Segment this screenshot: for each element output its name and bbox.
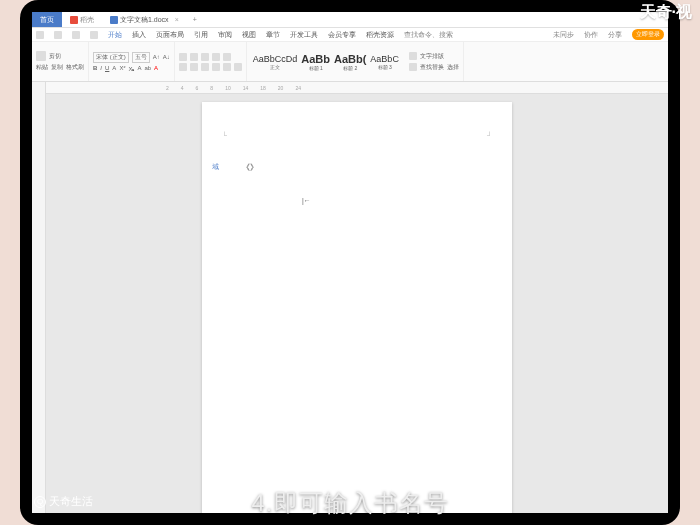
format-painter-label[interactable]: 格式刷	[66, 63, 84, 72]
menu-review[interactable]: 审阅	[218, 30, 232, 40]
grow-font-icon[interactable]: A↑	[153, 54, 160, 60]
paragraph-group	[175, 42, 247, 81]
font-size-select[interactable]: 五号	[132, 52, 150, 63]
underline-button[interactable]: U	[105, 65, 109, 71]
video-caption: 4.即可输入书名号	[251, 487, 448, 519]
paste-icon[interactable]	[36, 51, 46, 61]
menu-insert[interactable]: 插入	[132, 30, 146, 40]
outdent-icon[interactable]	[201, 53, 209, 61]
style-label: 标题 1	[309, 65, 323, 71]
style-preview: AaBb	[301, 53, 330, 65]
style-label: 标题 2	[343, 65, 357, 71]
style-heading1[interactable]: AaBb 标题 1	[301, 53, 330, 71]
bold-button[interactable]: B	[93, 65, 97, 71]
copy-label[interactable]: 复制	[51, 63, 63, 72]
ruler-mark: 14	[243, 85, 249, 91]
redo-icon[interactable]	[90, 31, 98, 39]
bullets-icon[interactable]	[179, 53, 187, 61]
font-color-button[interactable]: A	[154, 65, 158, 71]
ruler-mark: 8	[210, 85, 213, 91]
strike-button[interactable]: A	[112, 65, 116, 71]
align-right-icon[interactable]	[201, 63, 209, 71]
italic-button[interactable]: I	[100, 65, 102, 71]
watermark-bottom-left: Q 天奇生活	[34, 494, 93, 509]
ruler-mark: 10	[225, 85, 231, 91]
text-layout-label[interactable]: 文字排版	[420, 52, 444, 61]
font-group: 宋体 (正文) 五号 A↑ A↓ B I U A X² X₂ A ab A	[89, 42, 175, 81]
select-label[interactable]: 选择	[447, 63, 459, 72]
document-page[interactable]: ┘ └ 域 《》 |←	[202, 102, 512, 513]
watermark-text: 天奇生活	[49, 494, 93, 509]
ribbon-toolbar: 剪切 粘贴 复制 格式刷 宋体 (正文) 五号 A↑ A↓ B I	[32, 42, 668, 82]
work-area: 2 4 6 8 10 14 18 20 24 ┘ └ 域 《》 |←	[32, 82, 668, 513]
ruler-mark: 20	[278, 85, 284, 91]
justify-icon[interactable]	[212, 63, 220, 71]
borders-icon[interactable]	[234, 63, 242, 71]
shading-icon[interactable]	[223, 63, 231, 71]
font-name-select[interactable]: 宋体 (正文)	[93, 52, 129, 63]
collab-button[interactable]: 协作	[584, 30, 598, 40]
document-tab-label: 文字文稿1.docx	[120, 15, 169, 25]
ruler-mark: 2	[166, 85, 169, 91]
clipboard-group: 剪切 粘贴 复制 格式刷	[32, 42, 89, 81]
menu-view[interactable]: 视图	[242, 30, 256, 40]
document-area[interactable]: 2 4 6 8 10 14 18 20 24 ┘ └ 域 《》 |←	[46, 82, 668, 513]
new-tab-button[interactable]: +	[187, 14, 203, 25]
superscript-button[interactable]: X²	[119, 65, 125, 71]
menu-references[interactable]: 引用	[194, 30, 208, 40]
search-box[interactable]: 查找命令、搜索	[404, 30, 453, 40]
ruler-mark: 24	[295, 85, 301, 91]
menu-layout[interactable]: 页面布局	[156, 30, 184, 40]
menu-resources[interactable]: 稻壳资源	[366, 30, 394, 40]
subscript-button[interactable]: X₂	[128, 65, 134, 72]
book-title-brackets[interactable]: 《》	[242, 162, 258, 173]
style-preview: AaBbCcDd	[253, 54, 298, 64]
watermark-top-right: 天奇·视	[640, 2, 692, 23]
sync-status[interactable]: 未同步	[553, 30, 574, 40]
editing-group: 文字排版 查找替换 选择	[405, 42, 464, 81]
login-badge[interactable]: 立即登录	[632, 29, 664, 40]
doc-icon	[110, 16, 118, 24]
style-preview: AaBbC	[370, 54, 399, 64]
text-layout-icon[interactable]	[409, 52, 417, 60]
home-tab[interactable]: 稻壳	[62, 13, 102, 27]
style-heading2[interactable]: AaBb( 标题 2	[334, 53, 366, 71]
style-heading3[interactable]: AaBbC 标题 3	[370, 54, 399, 70]
numbering-icon[interactable]	[190, 53, 198, 61]
align-left-icon[interactable]	[179, 63, 187, 71]
menu-sections[interactable]: 章节	[266, 30, 280, 40]
menu-dev[interactable]: 开发工具	[290, 30, 318, 40]
menu-vip[interactable]: 会员专享	[328, 30, 356, 40]
undo-icon[interactable]	[72, 31, 80, 39]
navigation-strip[interactable]	[32, 82, 46, 513]
horizontal-ruler[interactable]: 2 4 6 8 10 14 18 20 24	[46, 82, 668, 94]
cut-label[interactable]: 剪切	[49, 52, 61, 61]
share-button[interactable]: 分享	[608, 30, 622, 40]
highlight-button[interactable]: ab	[144, 65, 151, 71]
text-effect-button[interactable]: A	[137, 65, 141, 71]
document-tab[interactable]: 文字文稿1.docx ×	[102, 13, 187, 27]
menu-start[interactable]: 开始	[108, 30, 122, 40]
save-icon[interactable]	[54, 31, 62, 39]
paste-label[interactable]: 粘贴	[36, 63, 48, 72]
logo-icon: Q	[34, 496, 46, 508]
align-center-icon[interactable]	[190, 63, 198, 71]
field-indicator[interactable]: 域	[212, 162, 219, 172]
styles-group: AaBbCcDd 正文 AaBb 标题 1 AaBb( 标题 2 AaBbC 标…	[247, 42, 405, 81]
ruler-mark: 4	[181, 85, 184, 91]
close-tab-icon[interactable]: ×	[175, 16, 179, 23]
indent-icon[interactable]	[212, 53, 220, 61]
line-spacing-icon[interactable]	[223, 53, 231, 61]
style-label: 正文	[270, 64, 280, 70]
find-replace-label[interactable]: 查找替换	[420, 63, 444, 72]
style-normal[interactable]: AaBbCcDd 正文	[253, 54, 298, 70]
margin-marker-tl: └	[222, 132, 227, 139]
ruler-mark: 18	[260, 85, 266, 91]
file-menu-icon[interactable]	[36, 31, 44, 39]
style-preview: AaBb(	[334, 53, 366, 65]
text-cursor: |←	[302, 197, 311, 204]
margin-marker-tr: ┘	[487, 132, 492, 139]
shrink-font-icon[interactable]: A↓	[163, 54, 170, 60]
find-replace-icon[interactable]	[409, 63, 417, 71]
app-tab[interactable]: 首页	[32, 12, 62, 27]
